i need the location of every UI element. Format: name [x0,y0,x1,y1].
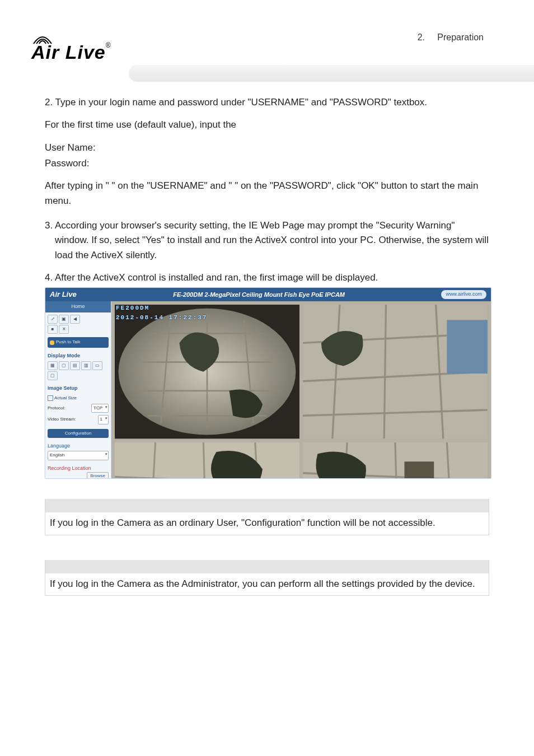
header-chapter: 2. Preparation [418,32,484,43]
stream-select[interactable]: 1 [98,415,109,424]
expand-icon[interactable]: ⤢ [48,315,58,324]
registered-mark: ® [106,41,111,49]
camera-icon[interactable]: ▣ [59,315,69,324]
ptt-label: Push to Talk [56,339,80,346]
chapter-title: Preparation [437,32,484,42]
app-title: FE-200DM 2-MegaPixel Ceiling Mount Fish … [77,290,442,300]
view-mode-5[interactable]: ▭ [92,361,102,370]
app-sidebar: Home ⤢ ▣ ◀ ■ ✕ Push to Talk Display [45,301,111,478]
view-mode-2[interactable]: ▢ [59,361,69,370]
speaker-icon[interactable]: ◀ [70,315,80,324]
mute-icon[interactable]: ✕ [59,325,69,334]
view-mode-3[interactable]: ▤ [70,361,80,370]
video-grid: FE200DM 2012-08-14 17:22:37 [111,301,491,478]
video-pane-1[interactable] [115,305,299,438]
osd-overlay: FE200DM 2012-08-14 17:22:37 [116,304,207,323]
actual-size-label: Actual Size [54,395,77,402]
protocol-select[interactable]: TCP [91,404,109,413]
brand-logo: Air Live® [31,32,132,66]
chapter-number: 2. [418,32,425,42]
display-mode-title: Display Mode [48,352,109,360]
svg-rect-7 [405,461,434,479]
header-divider [129,65,534,82]
brand-text: Air Live [31,41,106,63]
protocol-label: Protocol: [48,405,65,412]
view-mode-1[interactable]: ▦ [48,361,58,370]
record-icon[interactable]: ■ [48,325,58,334]
video-pane-4[interactable] [303,442,488,479]
app-topbar: Air Live FE-200DM 2-MegaPixel Ceiling Mo… [45,288,491,301]
admin-note-box: If you log in the Camera as the Administ… [45,560,489,596]
actual-size-checkbox[interactable]: Actual Size [48,395,109,402]
step-4: 4. After the ActiveX control is installe… [45,270,489,285]
video-pane-3[interactable] [115,442,299,479]
app-url[interactable]: www.airlive.com [441,290,486,299]
user-note-text: If you log in the Camera as an ordinary … [45,512,489,535]
username-label: User Name: [45,141,489,155]
svg-rect-4 [115,442,299,479]
recording-location-label: Recording Location [48,465,109,473]
view-mode-6[interactable]: ▢ [48,371,58,380]
app-screenshot: Air Live FE-200DM 2-MegaPixel Ceiling Mo… [45,287,491,479]
app-brand: Air Live [50,289,77,300]
configuration-tab[interactable]: Configuration [48,429,109,438]
info-box-header [45,499,489,512]
step-3: 3. According your browser's security set… [55,218,489,263]
svg-rect-3 [447,320,488,374]
osd-model: FE200DM [116,304,207,313]
mic-icon [50,340,54,345]
after-typing-line: After typing in " " on the "USERNAME" an… [45,179,489,208]
user-note-box: If you log in the Camera as an ordinary … [45,499,489,535]
first-use-line: For the first time use (default value), … [45,118,489,132]
view-mode-4[interactable]: ▥ [81,361,91,370]
language-label: Language [48,442,109,450]
osd-datetime: 2012-08-14 17:22:37 [116,313,207,323]
stream-label: Video Stream: [48,416,76,423]
image-setup-title: Image Setup [48,385,109,393]
home-tab[interactable]: Home [45,301,111,312]
password-label: Password: [45,156,489,171]
video-pane-2[interactable] [303,305,488,438]
info-box-header [45,560,489,573]
language-select[interactable]: English [48,451,109,460]
push-to-talk-button[interactable]: Push to Talk [48,337,109,347]
step-2-line: 2. Type in your login name and password … [45,95,489,110]
browse-recording-button[interactable]: Browse [87,472,109,479]
admin-note-text: If you log in the Camera as the Administ… [45,573,489,596]
